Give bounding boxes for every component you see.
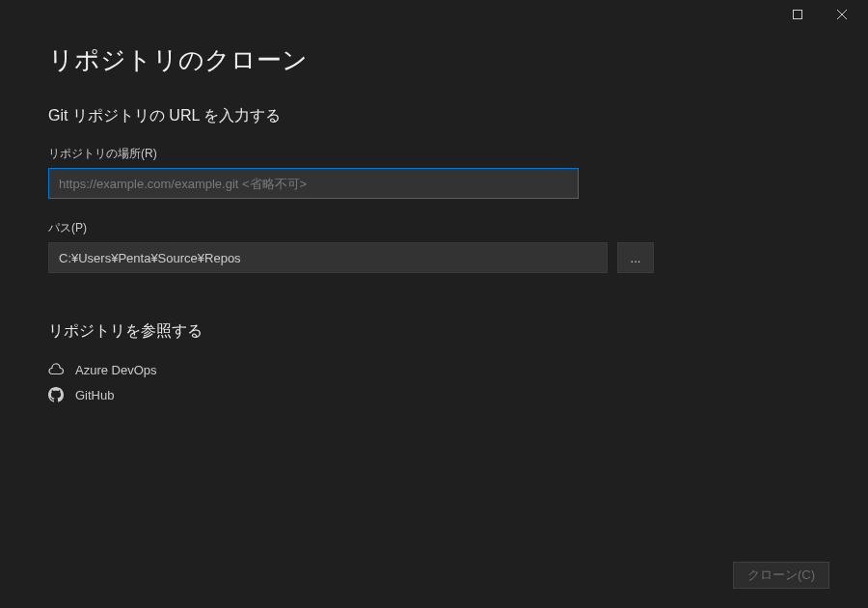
browse-item-azure-devops[interactable]: Azure DevOps <box>48 357 820 382</box>
path-label: パス(P) <box>48 220 820 236</box>
repo-location-field: リポジトリの場所(R) <box>48 146 820 199</box>
path-input[interactable] <box>48 242 608 273</box>
repo-location-input[interactable] <box>48 168 579 199</box>
dialog-title: リポジトリのクローン <box>48 43 820 77</box>
path-field: パス(P) ... <box>48 220 820 273</box>
browse-item-github[interactable]: GitHub <box>48 382 820 407</box>
close-button[interactable] <box>820 0 864 29</box>
repo-location-label: リポジトリの場所(R) <box>48 146 820 162</box>
dialog-footer: クローン(C) <box>733 562 829 589</box>
maximize-icon <box>793 8 802 22</box>
browse-repository-section: リポジトリを参照する Azure DevOps GitHub <box>48 321 820 407</box>
clone-button[interactable]: クローン(C) <box>733 562 829 589</box>
browse-repository-title: リポジトリを参照する <box>48 321 820 342</box>
dialog-content: リポジトリのクローン Git リポジトリの URL を入力する リポジトリの場所… <box>0 29 868 407</box>
titlebar <box>0 0 868 29</box>
github-icon <box>48 387 64 402</box>
browse-path-button[interactable]: ... <box>617 242 654 273</box>
maximize-button[interactable] <box>775 0 820 29</box>
cloud-icon <box>48 362 64 377</box>
close-icon <box>837 8 847 22</box>
browse-item-label: Azure DevOps <box>75 363 157 377</box>
browse-item-label: GitHub <box>75 388 114 402</box>
svg-rect-0 <box>794 10 802 18</box>
section-url-title: Git リポジトリの URL を入力する <box>48 106 820 126</box>
